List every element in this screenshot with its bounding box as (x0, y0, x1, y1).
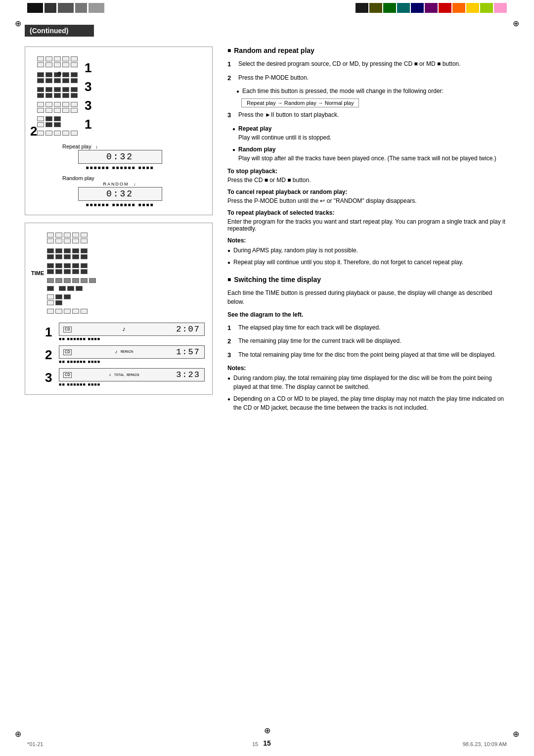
color-swatch-5 (411, 3, 424, 13)
time-display-3: 3 CD ♪ TOTAL REMAIN 3:23 ■■ ■■■■■■ ■■■■ (45, 368, 205, 387)
color-swatch-3 (383, 3, 396, 13)
device-diagram-1: 1 3 3 1 2 Repeat play ↓ 0:32 (25, 47, 213, 215)
time-step-1: 1 The elapsed play time for each track w… (227, 323, 509, 333)
section2-notes: Notes: During random play, the total rem… (227, 365, 509, 412)
repeat-dots: ■■■■■■ ■■■■■■ ■■■■ (35, 165, 205, 170)
time-step-2: 2 The remaining play time for the curren… (227, 336, 509, 346)
section1-notes: Notes: During APMS play, random play is … (227, 237, 509, 267)
repeat-label: Repeat play ↓ (62, 143, 205, 149)
time-display-1: 1 CD ♪ 2:07 ■■ ■■■■■■ ■■■■ (45, 323, 205, 341)
time-display-2: 2 CD ♪ REMAIN 1:57 ■■ ■■■■■■ ■■■■ (45, 345, 205, 364)
color-bar-1 (27, 3, 43, 13)
header-continued: (Continued) (25, 25, 94, 37)
reg-mark-tr: ⊕ (513, 19, 519, 28)
color-swatch-7 (439, 3, 451, 13)
section1-title: Random and repeat play (227, 47, 509, 54)
device-labels-1: 1 3 3 1 (85, 54, 91, 138)
color-swatch-4 (397, 3, 410, 13)
cancel-repeat: To cancel repeat playback or random play… (227, 189, 509, 204)
device-grid-2 (45, 231, 98, 316)
color-swatch-8 (452, 3, 465, 13)
random-readout: 0:32 (78, 187, 162, 201)
repeat-play-display: Repeat play ↓ 0:32 ■■■■■■ ■■■■■■ ■■■■ (35, 143, 205, 170)
step2: 2 Press the P-MODE button. (227, 73, 509, 83)
footer-left: *01-21 (27, 741, 43, 747)
footer-center: 15 (252, 741, 258, 747)
repeat-selected: To repeat playback of selected tracks: E… (227, 209, 509, 232)
time-readout-2: CD ♪ REMAIN 1:57 (59, 345, 205, 359)
color-bar-3 (58, 3, 74, 13)
device-diagram-2: TIME (25, 223, 213, 395)
time-num-2: 2 (45, 347, 55, 363)
reg-mark-bl: ⊕ (15, 729, 21, 739)
time-num-3: 3 (45, 370, 55, 385)
random-dots: ■■■■■■ ■■■■■■ ■■■■ (35, 202, 205, 207)
section-time-display: Switching the time display Each time the… (227, 276, 509, 413)
repeat-readout: 0:32 (78, 150, 162, 164)
reg-mark-bc: ⊕ (264, 726, 270, 735)
device-label-2: 2 (30, 123, 37, 139)
mode-change-note: Each time this button is pressed, the mo… (236, 87, 509, 107)
color-swatch-10 (480, 3, 493, 13)
step1: 1 Select the desired program source, CD … (227, 59, 509, 69)
random-label: Random play (62, 175, 205, 181)
color-bar-2 (44, 3, 56, 13)
flow-diagram: Repeat play → Random play → Normal play (241, 98, 509, 107)
random-sublabel: RANDOM ↓ (35, 182, 205, 187)
color-bar-4 (75, 3, 87, 13)
time-readout-1: CD ♪ 2:07 (59, 323, 205, 336)
time-label: TIME (31, 270, 44, 276)
step3: 3 Press the ►II button to start playback… (227, 110, 509, 120)
reg-mark-br: ⊕ (513, 729, 519, 739)
see-diagram: See the diagram to the left. (227, 311, 509, 318)
reg-mark-tl: ⊕ (15, 19, 21, 28)
section-random-repeat: Random and repeat play 1 Select the desi… (227, 47, 509, 267)
stop-playback: To stop playback: Press the CD ■ or MD ■… (227, 168, 509, 184)
color-bar-5 (89, 3, 104, 13)
section2-title: Switching the time display (227, 276, 509, 284)
color-swatch-1 (356, 3, 368, 13)
time-num-1: 1 (45, 325, 55, 340)
time-step-3: 3 The total remaining play time for the … (227, 350, 509, 360)
sub-sections: To stop playback: Press the CD ■ or MD ■… (227, 168, 509, 232)
random-play-display: Random play RANDOM ↓ 0:32 ■■■■■■ ■■■■■■ … (35, 175, 205, 207)
color-swatch-6 (425, 3, 438, 13)
device-grid-1 (35, 54, 80, 138)
play-mode-bullets: Repeat play Play will continue until it … (232, 124, 509, 163)
time-readout-3: CD ♪ TOTAL REMAIN 3:23 (59, 368, 205, 381)
footer-right: 98.6.23, 10:09 AM (463, 741, 507, 747)
color-swatch-11 (494, 3, 507, 13)
color-swatch-9 (466, 3, 479, 13)
time-displays: 1 CD ♪ 2:07 ■■ ■■■■■■ ■■■■ 2 (45, 323, 205, 387)
color-swatch-2 (369, 3, 382, 13)
section2-intro: Each time the TIME button is pressed dur… (227, 288, 509, 306)
page-number: 15 (263, 739, 271, 747)
